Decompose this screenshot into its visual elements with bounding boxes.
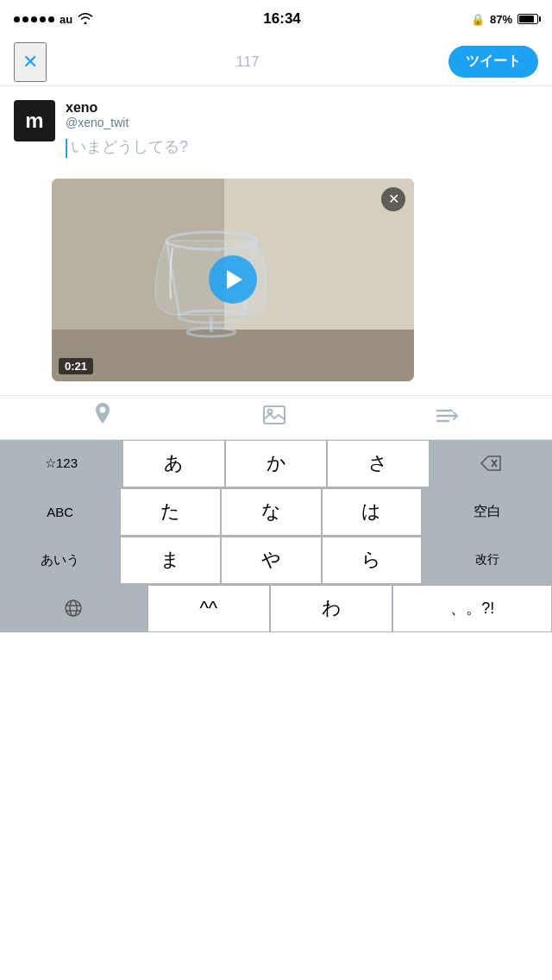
- key-dakuten[interactable]: ^^: [147, 585, 270, 632]
- user-handle: @xeno_twit: [66, 116, 538, 129]
- keyboard-row-4: ^^ わ 、。?!: [0, 585, 552, 632]
- tweet-button[interactable]: ツイート: [448, 46, 538, 78]
- video-attachment[interactable]: ✕ 0:21: [52, 179, 414, 381]
- lock-icon: 🔒: [471, 13, 485, 26]
- svg-point-10: [99, 406, 105, 412]
- key-a[interactable]: あ: [122, 440, 225, 487]
- location-button[interactable]: [86, 396, 119, 439]
- keyboard-row-2: ABC た な は 空白: [0, 488, 552, 536]
- compose-right: xeno @xeno_twit いまどうしてる?: [66, 100, 538, 158]
- key-delete[interactable]: [430, 440, 552, 487]
- keyboard: ☆123 あ か さ ABC た な は 空白 あいう ま や ら 改行: [0, 440, 552, 632]
- battery-icon: [518, 14, 538, 24]
- compose-area: m xeno @xeno_twit いまどうしてる?: [0, 86, 552, 172]
- keyboard-row-1: ☆123 あ か さ: [0, 440, 552, 487]
- key-abc[interactable]: ABC: [0, 488, 120, 536]
- key-punctuation[interactable]: 、。?!: [392, 585, 552, 632]
- time-display: 16:34: [263, 10, 300, 28]
- char-count: 117: [236, 54, 260, 70]
- avatar: m: [14, 100, 55, 141]
- battery-percent: 87%: [490, 13, 512, 26]
- image-button[interactable]: [256, 399, 292, 437]
- key-ha[interactable]: は: [322, 488, 423, 536]
- remove-video-button[interactable]: ✕: [381, 187, 405, 211]
- key-ra[interactable]: ら: [322, 537, 423, 584]
- close-button[interactable]: ✕: [14, 42, 47, 82]
- signal-strength: [14, 16, 54, 22]
- list-edit-button[interactable]: [430, 399, 466, 437]
- status-left: au: [14, 12, 93, 27]
- carrier-label: au: [60, 13, 72, 26]
- svg-point-19: [70, 600, 77, 616]
- key-sa[interactable]: さ: [327, 440, 430, 487]
- tweet-input[interactable]: いまどうしてる?: [66, 136, 538, 158]
- status-right: 🔒 87%: [471, 13, 538, 26]
- key-ta[interactable]: た: [120, 488, 221, 536]
- key-aiueo[interactable]: あいう: [0, 537, 120, 584]
- key-na[interactable]: な: [221, 488, 322, 536]
- nav-bar: ✕ 117 ツイート: [0, 38, 552, 86]
- key-globe[interactable]: [0, 585, 147, 632]
- placeholder-text: いまどうしてる?: [71, 138, 188, 155]
- key-symbol[interactable]: ☆123: [0, 440, 122, 487]
- cursor: [66, 139, 67, 158]
- key-wa[interactable]: わ: [270, 585, 392, 632]
- key-ma[interactable]: ま: [120, 537, 221, 584]
- wifi-icon: [78, 12, 93, 27]
- key-ya[interactable]: や: [221, 537, 322, 584]
- key-space[interactable]: 空白: [422, 488, 552, 536]
- video-duration: 0:21: [59, 358, 93, 374]
- svg-point-18: [66, 600, 81, 616]
- play-icon: [227, 270, 242, 289]
- key-return[interactable]: 改行: [422, 537, 552, 584]
- key-ka[interactable]: か: [225, 440, 328, 487]
- keyboard-row-3: あいう ま や ら 改行: [0, 537, 552, 584]
- play-button[interactable]: [209, 255, 257, 304]
- username: xeno: [66, 100, 538, 116]
- svg-rect-11: [264, 406, 285, 424]
- svg-rect-3: [52, 330, 414, 381]
- status-bar: au 16:34 🔒 87%: [0, 0, 552, 38]
- compose-toolbar: [0, 395, 552, 440]
